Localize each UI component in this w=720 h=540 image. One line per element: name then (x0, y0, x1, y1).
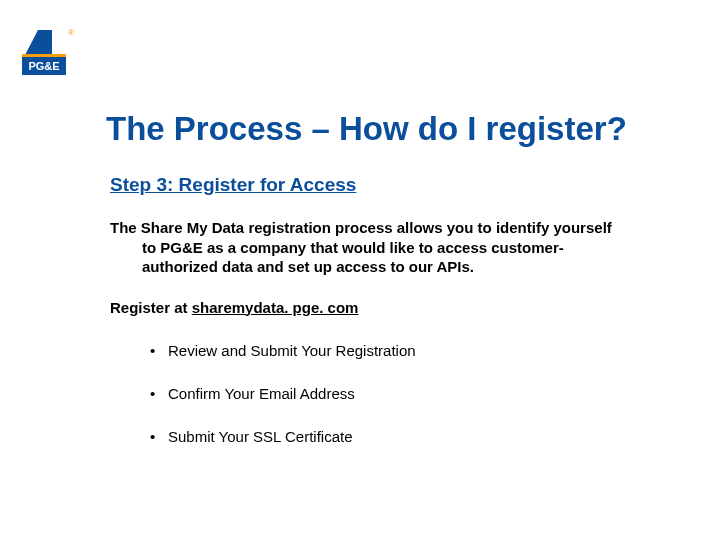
intro-paragraph: The Share My Data registration process a… (110, 218, 630, 277)
pge-logo-text: PG&E (28, 60, 59, 72)
list-item: Submit Your SSL Certificate (150, 428, 680, 445)
slide-title: The Process – How do I register? (106, 110, 680, 148)
bullet-list: Review and Submit Your Registration Conf… (150, 342, 680, 445)
register-url: sharemydata. pge. com (192, 299, 359, 316)
slide-content: The Process – How do I register? Step 3:… (106, 110, 680, 471)
list-item: Review and Submit Your Registration (150, 342, 680, 359)
register-prefix: Register at (110, 299, 192, 316)
svg-marker-1 (24, 30, 52, 57)
list-item: Confirm Your Email Address (150, 385, 680, 402)
svg-rect-2 (22, 54, 66, 57)
pge-logo-svg: PG&E (22, 30, 68, 76)
registered-mark: ® (68, 28, 74, 37)
pge-logo: PG&E ® (22, 30, 68, 80)
register-line: Register at sharemydata. pge. com (110, 299, 680, 316)
step-subtitle: Step 3: Register for Access (110, 174, 680, 196)
